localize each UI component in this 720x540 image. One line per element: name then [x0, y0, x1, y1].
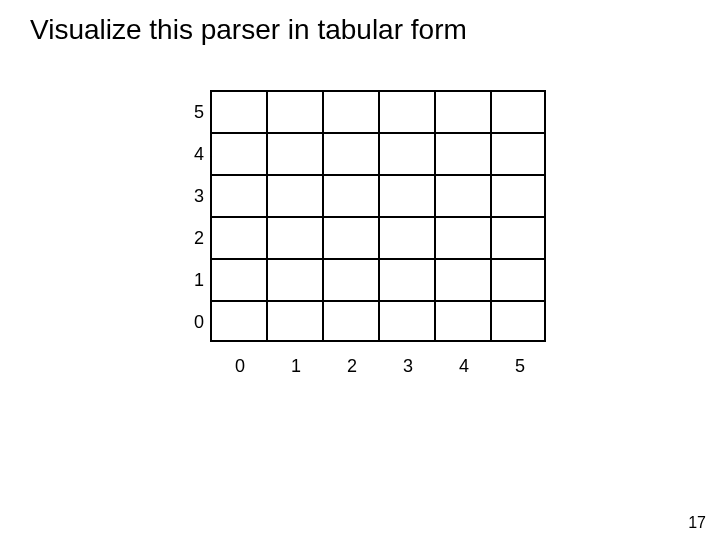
y-tick-label: 0	[184, 312, 204, 333]
gridline-v	[434, 92, 436, 340]
x-tick-label: 2	[342, 356, 362, 377]
parser-grid: 5 4 3 2 1 0 0 1 2 3 4 5	[210, 90, 546, 342]
chart-container: 5 4 3 2 1 0 0 1 2 3 4 5	[210, 90, 546, 342]
x-tick-label: 1	[286, 356, 306, 377]
page-number: 17	[688, 514, 706, 532]
gridline-v	[266, 92, 268, 340]
y-tick-label: 5	[184, 102, 204, 123]
y-tick-label: 1	[184, 270, 204, 291]
y-tick-label: 2	[184, 228, 204, 249]
x-tick-label: 5	[510, 356, 530, 377]
x-tick-label: 3	[398, 356, 418, 377]
x-tick-label: 4	[454, 356, 474, 377]
x-tick-label: 0	[230, 356, 250, 377]
gridline-v	[322, 92, 324, 340]
gridline-v	[490, 92, 492, 340]
y-tick-label: 4	[184, 144, 204, 165]
y-tick-label: 3	[184, 186, 204, 207]
page-title: Visualize this parser in tabular form	[30, 14, 467, 46]
gridline-v	[378, 92, 380, 340]
